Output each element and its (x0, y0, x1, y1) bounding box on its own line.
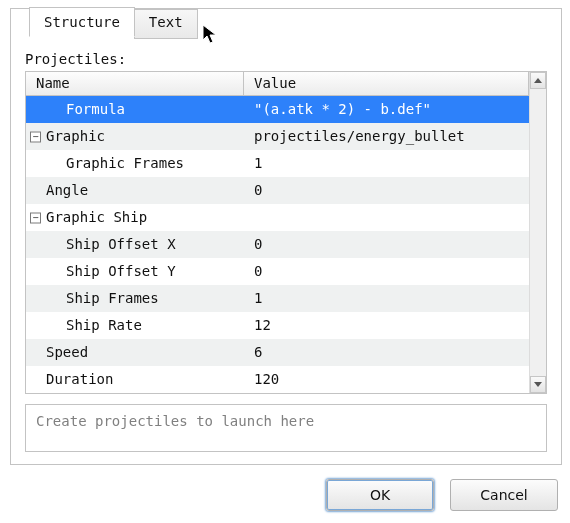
collapse-toggle-icon[interactable]: − (30, 212, 41, 223)
cell-name: Ship Offset Y (26, 258, 244, 285)
cell-name: Ship Rate (26, 312, 244, 339)
cell-name: −Graphic (26, 123, 244, 150)
property-grid: Name Value Formula"(a.atk * 2) - b.def"−… (25, 71, 547, 394)
row-name-label: Ship Offset Y (26, 258, 176, 285)
table-row[interactable]: Ship Frames1 (26, 285, 529, 312)
cell-name: Ship Offset X (26, 231, 244, 258)
cell-name: Ship Frames (26, 285, 244, 312)
chevron-down-icon (534, 382, 542, 387)
tab-text[interactable]: Text (134, 9, 198, 39)
dialog-buttons: OK Cancel (326, 479, 558, 511)
tab-structure[interactable]: Structure (29, 7, 135, 37)
cell-value[interactable]: 0 (244, 177, 529, 204)
table-row[interactable]: Ship Offset Y0 (26, 258, 529, 285)
table-row[interactable]: Ship Rate12 (26, 312, 529, 339)
cell-value[interactable]: 0 (244, 258, 529, 285)
tab-structure-label: Structure (44, 14, 120, 30)
column-header-name[interactable]: Name (26, 72, 244, 95)
row-name-label: Speed (26, 339, 88, 366)
cell-value[interactable]: 0 (244, 231, 529, 258)
cell-name: Angle (26, 177, 244, 204)
section-label: Projectiles: (25, 51, 547, 67)
row-name-label: Ship Frames (26, 285, 159, 312)
scroll-track[interactable] (530, 89, 546, 376)
cell-name: −Graphic Ship (26, 204, 244, 231)
cell-value[interactable] (244, 204, 529, 231)
row-name-label: Formula (26, 96, 125, 123)
cancel-button-label: Cancel (480, 487, 527, 503)
table-row[interactable]: −Graphicprojectiles/energy_bullet (26, 123, 529, 150)
cell-value[interactable]: projectiles/energy_bullet (244, 123, 529, 150)
hint-text: Create projectiles to launch here (25, 404, 547, 452)
cell-name: Speed (26, 339, 244, 366)
table-row[interactable]: Speed6 (26, 339, 529, 366)
ok-button[interactable]: OK (326, 479, 434, 511)
cell-value[interactable]: 1 (244, 150, 529, 177)
row-name-label: Duration (26, 366, 113, 393)
row-name-label: Graphic Frames (26, 150, 184, 177)
cancel-button[interactable]: Cancel (450, 479, 558, 511)
row-name-label: Angle (26, 177, 88, 204)
table-row[interactable]: Duration120 (26, 366, 529, 393)
table-row[interactable]: −Graphic Ship (26, 204, 529, 231)
cell-name: Formula (26, 96, 244, 123)
cell-value[interactable]: 12 (244, 312, 529, 339)
cell-name: Graphic Frames (26, 150, 244, 177)
cell-value[interactable]: 120 (244, 366, 529, 393)
cell-value[interactable]: "(a.atk * 2) - b.def" (244, 96, 529, 123)
table-row[interactable]: Angle0 (26, 177, 529, 204)
editor-panel: Structure Text Projectiles: Name Value F… (10, 8, 562, 465)
row-name-label: Ship Offset X (26, 231, 176, 258)
tab-bar: Structure Text (29, 7, 197, 37)
collapse-toggle-icon[interactable]: − (30, 131, 41, 142)
chevron-up-icon (534, 78, 542, 83)
ok-button-label: OK (370, 487, 390, 503)
cell-name: Duration (26, 366, 244, 393)
row-name-label: Graphic Ship (26, 204, 147, 231)
tab-text-label: Text (149, 14, 183, 30)
row-name-label: Ship Rate (26, 312, 142, 339)
table-row[interactable]: Graphic Frames1 (26, 150, 529, 177)
scroll-up-button[interactable] (530, 72, 546, 89)
column-header-value[interactable]: Value (244, 72, 529, 95)
cell-value[interactable]: 6 (244, 339, 529, 366)
cell-value[interactable]: 1 (244, 285, 529, 312)
table-row[interactable]: Formula"(a.atk * 2) - b.def" (26, 96, 529, 123)
grid-header: Name Value (26, 72, 529, 96)
vertical-scrollbar[interactable] (529, 72, 546, 393)
scroll-down-button[interactable] (530, 376, 546, 393)
table-row[interactable]: Ship Offset X0 (26, 231, 529, 258)
